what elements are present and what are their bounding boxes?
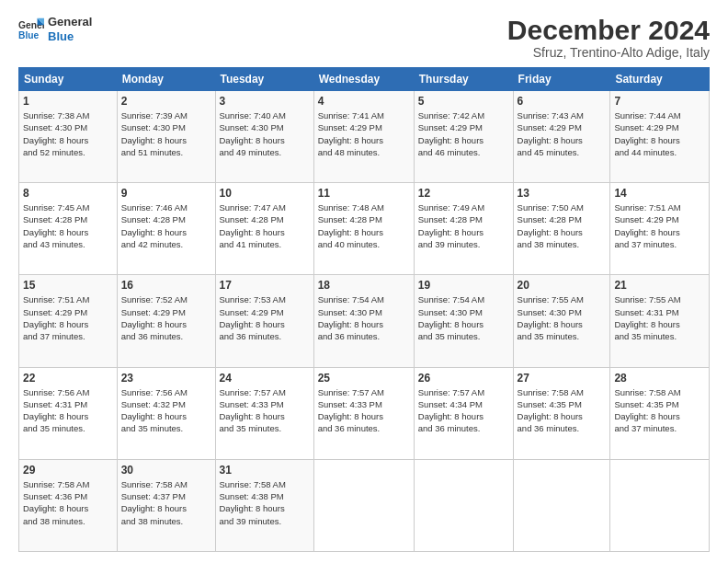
day-number: 31 <box>220 464 310 477</box>
day-info: Sunrise: 7:44 AMSunset: 4:29 PMDaylight:… <box>614 109 705 158</box>
day-info: Sunrise: 7:58 AMSunset: 4:35 PMDaylight:… <box>614 386 705 435</box>
day-info: Sunrise: 7:55 AMSunset: 4:30 PMDaylight:… <box>518 293 607 342</box>
day-info: Sunrise: 7:56 AMSunset: 4:32 PMDaylight:… <box>121 386 211 435</box>
day-number: 23 <box>121 372 211 385</box>
day-number: 17 <box>220 279 310 292</box>
calendar-cell: 18Sunrise: 7:54 AMSunset: 4:30 PMDayligh… <box>313 275 414 367</box>
page: General Blue General Blue December 2024 … <box>0 0 728 563</box>
calendar-cell: 31Sunrise: 7:58 AMSunset: 4:38 PMDayligh… <box>215 459 313 551</box>
calendar-table: SundayMondayTuesdayWednesdayThursdayFrid… <box>18 67 710 552</box>
day-number: 18 <box>318 279 410 292</box>
day-info: Sunrise: 7:53 AMSunset: 4:29 PMDaylight:… <box>220 293 310 342</box>
calendar-cell: 10Sunrise: 7:47 AMSunset: 4:28 PMDayligh… <box>215 183 313 275</box>
calendar-week-2: 8Sunrise: 7:45 AMSunset: 4:28 PMDaylight… <box>19 183 710 275</box>
day-info: Sunrise: 7:57 AMSunset: 4:33 PMDaylight:… <box>220 386 310 435</box>
day-number: 20 <box>518 279 607 292</box>
title-block: December 2024 Sfruz, Trentino-Alto Adige… <box>507 15 710 60</box>
calendar-cell: 5Sunrise: 7:42 AMSunset: 4:29 PMDaylight… <box>414 91 513 183</box>
day-number: 25 <box>318 372 410 385</box>
day-number: 14 <box>614 187 705 200</box>
day-info: Sunrise: 7:38 AMSunset: 4:30 PMDaylight:… <box>23 109 113 158</box>
calendar-cell: 13Sunrise: 7:50 AMSunset: 4:28 PMDayligh… <box>513 183 610 275</box>
calendar-cell: 3Sunrise: 7:40 AMSunset: 4:30 PMDaylight… <box>215 91 313 183</box>
day-number: 10 <box>220 187 310 200</box>
calendar-cell <box>513 459 610 551</box>
day-number: 8 <box>23 187 113 200</box>
main-title: December 2024 <box>507 15 710 45</box>
day-info: Sunrise: 7:43 AMSunset: 4:29 PMDaylight:… <box>518 109 607 158</box>
col-header-saturday: Saturday <box>610 68 710 91</box>
day-info: Sunrise: 7:58 AMSunset: 4:38 PMDaylight:… <box>220 478 310 527</box>
day-number: 3 <box>220 95 310 108</box>
day-number: 11 <box>318 187 410 200</box>
calendar-cell: 30Sunrise: 7:58 AMSunset: 4:37 PMDayligh… <box>117 459 215 551</box>
day-number: 9 <box>121 187 211 200</box>
calendar-week-4: 22Sunrise: 7:56 AMSunset: 4:31 PMDayligh… <box>19 367 710 459</box>
day-info: Sunrise: 7:49 AMSunset: 4:28 PMDaylight:… <box>418 201 509 250</box>
logo-line1: General <box>48 15 92 29</box>
day-number: 12 <box>418 187 509 200</box>
col-header-wednesday: Wednesday <box>313 68 414 91</box>
logo-icon: General Blue <box>18 17 44 42</box>
col-header-friday: Friday <box>513 68 610 91</box>
calendar-cell: 24Sunrise: 7:57 AMSunset: 4:33 PMDayligh… <box>215 367 313 459</box>
calendar-cell: 19Sunrise: 7:54 AMSunset: 4:30 PMDayligh… <box>414 275 513 367</box>
header: General Blue General Blue December 2024 … <box>18 15 710 60</box>
calendar-cell: 28Sunrise: 7:58 AMSunset: 4:35 PMDayligh… <box>610 367 710 459</box>
calendar-cell: 6Sunrise: 7:43 AMSunset: 4:29 PMDaylight… <box>513 91 610 183</box>
day-info: Sunrise: 7:58 AMSunset: 4:36 PMDaylight:… <box>23 478 113 527</box>
calendar-cell: 14Sunrise: 7:51 AMSunset: 4:29 PMDayligh… <box>610 183 710 275</box>
day-number: 13 <box>518 187 607 200</box>
day-info: Sunrise: 7:52 AMSunset: 4:29 PMDaylight:… <box>121 293 211 342</box>
calendar-cell: 7Sunrise: 7:44 AMSunset: 4:29 PMDaylight… <box>610 91 710 183</box>
day-number: 30 <box>121 464 211 477</box>
day-number: 5 <box>418 95 509 108</box>
calendar-cell: 8Sunrise: 7:45 AMSunset: 4:28 PMDaylight… <box>19 183 118 275</box>
calendar-header-row: SundayMondayTuesdayWednesdayThursdayFrid… <box>19 68 710 91</box>
day-info: Sunrise: 7:47 AMSunset: 4:28 PMDaylight:… <box>220 201 310 250</box>
calendar-cell <box>414 459 513 551</box>
calendar-cell: 27Sunrise: 7:58 AMSunset: 4:35 PMDayligh… <box>513 367 610 459</box>
day-number: 24 <box>220 372 310 385</box>
day-number: 4 <box>318 95 410 108</box>
calendar-cell: 20Sunrise: 7:55 AMSunset: 4:30 PMDayligh… <box>513 275 610 367</box>
day-info: Sunrise: 7:50 AMSunset: 4:28 PMDaylight:… <box>518 201 607 250</box>
day-number: 6 <box>518 95 607 108</box>
day-info: Sunrise: 7:45 AMSunset: 4:28 PMDaylight:… <box>23 201 113 250</box>
day-number: 21 <box>614 279 705 292</box>
subtitle: Sfruz, Trentino-Alto Adige, Italy <box>507 45 710 60</box>
calendar-cell: 25Sunrise: 7:57 AMSunset: 4:33 PMDayligh… <box>313 367 414 459</box>
calendar-cell: 9Sunrise: 7:46 AMSunset: 4:28 PMDaylight… <box>117 183 215 275</box>
day-info: Sunrise: 7:56 AMSunset: 4:31 PMDaylight:… <box>23 386 113 435</box>
calendar-week-1: 1Sunrise: 7:38 AMSunset: 4:30 PMDaylight… <box>19 91 710 183</box>
day-info: Sunrise: 7:51 AMSunset: 4:29 PMDaylight:… <box>614 201 705 250</box>
day-info: Sunrise: 7:55 AMSunset: 4:31 PMDaylight:… <box>614 293 705 342</box>
calendar-cell <box>313 459 414 551</box>
day-info: Sunrise: 7:58 AMSunset: 4:37 PMDaylight:… <box>121 478 211 527</box>
col-header-monday: Monday <box>117 68 215 91</box>
day-number: 19 <box>418 279 509 292</box>
day-info: Sunrise: 7:54 AMSunset: 4:30 PMDaylight:… <box>418 293 509 342</box>
day-number: 29 <box>23 464 113 477</box>
day-number: 2 <box>121 95 211 108</box>
logo-line2: Blue <box>48 29 92 44</box>
col-header-tuesday: Tuesday <box>215 68 313 91</box>
day-info: Sunrise: 7:40 AMSunset: 4:30 PMDaylight:… <box>220 109 310 158</box>
svg-text:Blue: Blue <box>18 30 40 40</box>
day-info: Sunrise: 7:51 AMSunset: 4:29 PMDaylight:… <box>23 293 113 342</box>
day-number: 16 <box>121 279 211 292</box>
day-info: Sunrise: 7:39 AMSunset: 4:30 PMDaylight:… <box>121 109 211 158</box>
day-info: Sunrise: 7:41 AMSunset: 4:29 PMDaylight:… <box>318 109 410 158</box>
calendar-cell: 26Sunrise: 7:57 AMSunset: 4:34 PMDayligh… <box>414 367 513 459</box>
calendar-cell: 29Sunrise: 7:58 AMSunset: 4:36 PMDayligh… <box>19 459 118 551</box>
calendar-cell: 12Sunrise: 7:49 AMSunset: 4:28 PMDayligh… <box>414 183 513 275</box>
day-number: 7 <box>614 95 705 108</box>
col-header-thursday: Thursday <box>414 68 513 91</box>
day-number: 1 <box>23 95 113 108</box>
calendar-cell: 23Sunrise: 7:56 AMSunset: 4:32 PMDayligh… <box>117 367 215 459</box>
col-header-sunday: Sunday <box>19 68 118 91</box>
calendar-cell: 22Sunrise: 7:56 AMSunset: 4:31 PMDayligh… <box>19 367 118 459</box>
day-number: 15 <box>23 279 113 292</box>
calendar-cell: 2Sunrise: 7:39 AMSunset: 4:30 PMDaylight… <box>117 91 215 183</box>
day-info: Sunrise: 7:46 AMSunset: 4:28 PMDaylight:… <box>121 201 211 250</box>
